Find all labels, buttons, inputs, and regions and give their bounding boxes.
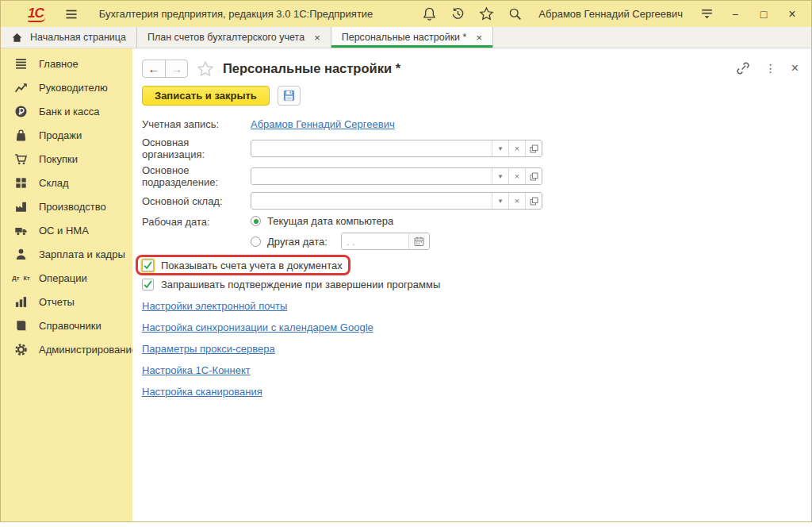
sidebar-item-main[interactable]: Главное <box>1 52 132 75</box>
checkbox-checked-icon[interactable] <box>142 279 154 290</box>
radio-other-date-label: Другая дата: <box>267 236 327 248</box>
radio-current-date[interactable]: Текущая дата компьютера <box>251 215 430 227</box>
sidebar-item-manager[interactable]: Руководителю <box>1 75 132 99</box>
confirm-exit-checkbox-row[interactable]: Запрашивать подтверждение при завершении… <box>142 279 440 290</box>
person-icon <box>13 248 29 261</box>
save-button[interactable] <box>278 86 301 106</box>
sidebar-item-salary-hr[interactable]: Зарплата и кадры <box>1 242 132 266</box>
tab-label: Начальная страница <box>30 32 126 43</box>
app-window: 1С Бухгалтерия предприятия, редакция 3.0… <box>0 0 812 522</box>
main-department-label: Основное подразделение: <box>142 164 251 188</box>
tab-label: Персональные настройки * <box>342 32 467 43</box>
shopping-cart-icon <box>13 152 29 166</box>
get-link-icon[interactable] <box>736 61 750 75</box>
maximize-button[interactable]: □ <box>756 6 772 22</box>
back-button[interactable]: ← <box>143 60 165 77</box>
main-department-input[interactable] <box>251 168 492 184</box>
working-date-row: Рабочая дата: Текущая дата компьютера Др… <box>142 213 811 250</box>
sidebar-item-label: Операции <box>39 272 87 284</box>
main-organization-field: ▾ × <box>251 140 542 157</box>
radio-unselected-icon[interactable] <box>251 237 261 247</box>
minimize-button[interactable]: − <box>727 6 743 22</box>
more-actions-kebab-icon[interactable]: ⋮ <box>765 62 776 75</box>
open-icon[interactable] <box>525 140 542 156</box>
main-organization-input[interactable] <box>251 140 492 156</box>
confirm-exit-checkbox-label: Запрашивать подтверждение при завершении… <box>161 279 440 290</box>
main-warehouse-input[interactable] <box>251 193 492 209</box>
sidebar-item-label: Склад <box>39 177 69 189</box>
open-icon[interactable] <box>525 193 542 209</box>
forward-button[interactable]: → <box>165 60 187 77</box>
sidebar-item-operations[interactable]: Дт Кт Операции <box>1 266 132 290</box>
checkbox-checked-icon[interactable] <box>142 260 154 271</box>
tab-close-icon[interactable]: × <box>314 32 320 44</box>
book-icon <box>13 319 29 333</box>
sidebar-item-production[interactable]: Производство <box>1 194 132 218</box>
sidebar-item-sales[interactable]: Продажи <box>1 123 132 147</box>
close-window-button[interactable]: × <box>784 6 800 22</box>
scanning-settings-link[interactable]: Настройка сканирования <box>142 386 262 398</box>
proxy-server-link[interactable]: Параметры прокси-сервера <box>142 343 275 355</box>
sidebar-item-bank-cash[interactable]: Банк и касса <box>1 99 132 123</box>
sidebar-item-fixed-assets[interactable]: ОС и НМА <box>1 218 132 242</box>
email-settings-link[interactable]: Настройки электронной почты <box>142 300 287 312</box>
tab-chart-of-accounts[interactable]: План счетов бухгалтерского учета × <box>137 27 331 48</box>
calendar-icon[interactable] <box>408 233 429 249</box>
close-form-icon[interactable]: × <box>791 61 799 75</box>
tab-close-icon[interactable]: × <box>476 32 482 44</box>
google-calendar-sync-link[interactable]: Настройка синхронизации с календарем Goo… <box>142 321 373 333</box>
tab-label: План счетов бухгалтерского учета <box>147 32 304 43</box>
notifications-bell-icon[interactable] <box>421 6 437 22</box>
menu-lines-icon <box>13 57 29 71</box>
search-icon[interactable] <box>507 6 523 22</box>
tab-personal-settings[interactable]: Персональные настройки * × <box>331 27 493 48</box>
account-user-link[interactable]: Абрамов Геннадий Сергеевич <box>251 118 395 130</box>
show-accounts-checkbox-label: Показывать счета учета в документах <box>161 260 343 271</box>
ruble-circle-icon <box>13 105 29 118</box>
dropdown-icon[interactable]: ▾ <box>492 168 508 184</box>
dropdown-icon[interactable]: ▾ <box>492 193 508 209</box>
sidebar-item-label: ОС и НМА <box>39 225 89 237</box>
clear-icon[interactable]: × <box>508 140 525 156</box>
current-user-name[interactable]: Абрамов Геннадий Сергеевич <box>538 8 683 20</box>
trend-chart-icon <box>13 81 29 94</box>
clear-icon[interactable]: × <box>508 193 525 209</box>
service-settings-menu-icon[interactable] <box>699 6 714 22</box>
favorites-star-icon[interactable] <box>478 6 494 22</box>
personal-settings-form: ← → Персональные настройки * ⋮ × Записат… <box>132 48 811 521</box>
sidebar-item-warehouse[interactable]: Склад <box>1 171 132 194</box>
add-favorite-star-icon[interactable] <box>197 60 214 78</box>
sidebar-item-directories[interactable]: Справочники <box>1 314 132 337</box>
account-label: Учетная запись: <box>142 118 251 130</box>
1c-logo-icon: 1С <box>28 6 45 22</box>
radio-selected-icon[interactable] <box>251 216 261 226</box>
sidebar-item-reports[interactable]: Отчеты <box>1 290 132 314</box>
main-menu-hamburger-icon[interactable] <box>64 7 79 21</box>
tab-home[interactable]: Начальная страница <box>1 27 137 48</box>
factory-icon <box>13 200 29 213</box>
1c-connect-link[interactable]: Настройка 1С-Коннект <box>142 364 251 376</box>
nav-history-group: ← → <box>142 60 188 78</box>
show-accounts-checkbox-row[interactable]: Показывать счета учета в документах <box>142 260 343 271</box>
main-warehouse-row: Основной склад: ▾ × <box>142 192 811 210</box>
other-date-input[interactable] <box>342 233 408 249</box>
radio-other-date[interactable]: Другая дата: <box>251 233 430 250</box>
settings-links: Настройки электронной почты Настройка си… <box>142 300 811 398</box>
save-and-close-button[interactable]: Записать и закрыть <box>142 86 270 106</box>
title-bar: 1С Бухгалтерия предприятия, редакция 3.0… <box>1 1 811 27</box>
history-icon[interactable] <box>450 6 465 22</box>
dropdown-icon[interactable]: ▾ <box>492 140 508 156</box>
sidebar-item-label: Отчеты <box>39 296 75 308</box>
sidebar-item-label: Главное <box>39 58 79 70</box>
sidebar-item-purchases[interactable]: Покупки <box>1 147 132 171</box>
sidebar-item-label: Руководителю <box>39 82 108 94</box>
gear-icon <box>13 343 29 356</box>
tab-bar: Начальная страница План счетов бухгалтер… <box>1 27 811 48</box>
clear-icon[interactable]: × <box>508 168 525 184</box>
open-icon[interactable] <box>525 168 542 184</box>
sidebar-item-label: Производство <box>39 201 106 213</box>
sidebar-item-label: Зарплата и кадры <box>39 248 125 260</box>
account-row: Учетная запись: Абрамов Геннадий Сергеев… <box>142 115 811 133</box>
sidebar-item-administration[interactable]: Администрирование <box>1 337 132 361</box>
main-department-row: Основное подразделение: ▾ × <box>142 164 811 188</box>
